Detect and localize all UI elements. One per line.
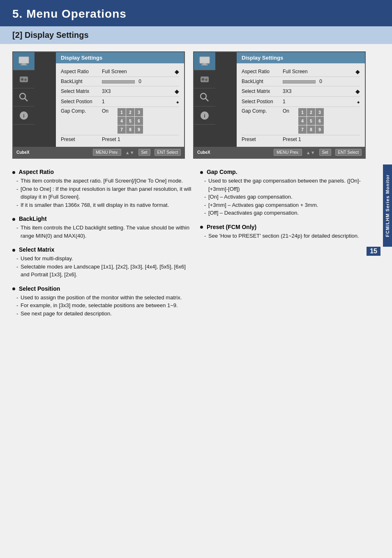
desc-backlight: BackLight This item controls the LCD bac…	[12, 215, 192, 240]
icon-magnifier	[13, 88, 35, 107]
display-panel-left: i Display Settings Aspect Ratio Full Scr…	[12, 51, 185, 159]
menu-prev-btn-left[interactable]: MENU Prev.	[93, 149, 121, 156]
desc-aspect-ratio: Aspect Ratio This item controls the aspe…	[12, 169, 192, 209]
svg-line-19	[205, 98, 208, 101]
bullet-preset	[200, 226, 203, 229]
panel-content-right: Display Settings Aspect Ratio Full Scree…	[237, 52, 365, 147]
svg-rect-13	[201, 65, 208, 65]
main-content: i Display Settings Aspect Ratio Full Scr…	[0, 51, 392, 336]
arrow-icon-matrix-r: ◆	[355, 88, 360, 95]
panel-content-left: Display Settings Aspect Ratio Full Scree…	[56, 52, 184, 147]
position-list: Used to assign the position of the monit…	[12, 294, 192, 318]
icon-display-r	[194, 52, 215, 70]
bullet-gap	[200, 171, 203, 174]
arrow-icon: ◆	[175, 68, 179, 75]
svg-rect-17	[205, 79, 208, 80]
bullet-matrix	[12, 249, 15, 252]
backlight-row-right: BackLight 0	[242, 77, 360, 86]
list-item: See next page for detailed description.	[16, 310, 192, 318]
desc-select-matrix: Select Matrix Used for multi-display. Se…	[12, 246, 192, 279]
arrow-icon-position: ⬥	[176, 98, 179, 105]
icon-info: i	[13, 107, 35, 125]
grid-3x3-right: 1 2 3 4 5 6 7 8 9	[298, 108, 324, 134]
aspect-ratio-row-left: Aspect Ratio Full Screen ◆	[61, 67, 179, 77]
slider-bar-r	[283, 80, 316, 83]
icon-controller-r	[194, 70, 215, 88]
list-item: Used to select the gap compensation betw…	[204, 177, 380, 193]
icon-display	[13, 52, 35, 70]
aspect-ratio-list: This item controls the aspect ratio. [Fu…	[12, 177, 192, 209]
desc-col-left: Aspect Ratio This item controls the aspe…	[12, 169, 192, 324]
panel-icons-right: i	[194, 52, 215, 147]
desc-preset: Preset (FCM Only) See 'How to PRESET' se…	[200, 224, 380, 240]
cubex-label-right: CubeX	[197, 150, 210, 155]
desc-gap-comp: Gap Comp. Used to select the gap compens…	[200, 169, 380, 217]
preset-row-right: Preset Preset 1	[242, 135, 360, 144]
dpad-icon-right: ▲▼	[306, 150, 315, 155]
descriptions-row: Aspect Ratio This item controls the aspe…	[12, 169, 380, 324]
panel-title-left: Display Settings	[56, 52, 184, 63]
panel-footer-right: CubeX MENU Prev. ▲▼ Set ENT Select	[194, 147, 365, 158]
svg-point-15	[202, 78, 204, 81]
section-title: [2] Display Settings	[12, 30, 380, 40]
list-item: This item controls the LCD backlight set…	[16, 224, 192, 240]
panel-body-left: Aspect Ratio Full Screen ◆ BackLight 0	[56, 63, 184, 147]
gap-comp-list: Used to select the gap compensation betw…	[200, 177, 380, 217]
panel-footer-left: CubeX MENU Prev. ▲▼ Set ENT Select	[13, 147, 184, 158]
gap-comp-row-right: Gap Comp. On 1 2 3 4 5 6 7 8	[242, 107, 360, 135]
svg-point-7	[20, 93, 25, 99]
screenshots-row: i Display Settings Aspect Ratio Full Scr…	[12, 51, 380, 159]
svg-rect-0	[19, 57, 29, 63]
list-item: If it is smaller than 1366x 768, it will…	[16, 201, 192, 209]
select-matrix-row-right: Select Matrix 3X3 ◆	[242, 86, 360, 97]
page-header: 5. Menu Operations	[0, 0, 392, 26]
chapter-title: 5. Menu Operations	[12, 7, 380, 21]
set-btn-left[interactable]: Set	[138, 149, 150, 156]
select-matrix-row-left: Select Matrix 3X3 ◆	[61, 86, 179, 97]
svg-rect-12	[203, 63, 207, 65]
list-item: Selectable modes are Landscape [1x1], [2…	[16, 263, 192, 279]
panel-body-right: Aspect Ratio Full Screen ◆ BackLight 0	[237, 63, 365, 147]
icon-magnifier-r	[194, 88, 215, 107]
svg-rect-6	[24, 79, 27, 80]
dpad-icon-left: ▲▼	[125, 150, 134, 155]
list-item: Used for multi-display.	[16, 255, 192, 263]
matrix-list: Used for multi-display. Selectable modes…	[12, 255, 192, 279]
panel-title-right: Display Settings	[237, 52, 365, 63]
arrow-icon-r: ◆	[355, 68, 360, 75]
arrow-icon-position-r: ⬥	[357, 98, 360, 105]
menu-prev-btn-right[interactable]: MENU Prev.	[274, 149, 302, 156]
select-btn-right[interactable]: ENT Select	[335, 149, 362, 156]
bullet-aspect	[12, 171, 15, 174]
preset-row-left: Preset Preset 1	[61, 135, 179, 144]
list-item: Used to assign the position of the monit…	[16, 294, 192, 302]
bullet-position	[12, 287, 15, 290]
list-item: [Off] – Deactivates gap compensation.	[204, 209, 380, 217]
backlight-list: This item controls the LCD backlight set…	[12, 224, 192, 240]
set-btn-right[interactable]: Set	[319, 149, 331, 156]
slider-bar	[102, 80, 135, 83]
icon-controller	[13, 70, 35, 88]
list-item: [One to One] : If the input resolution i…	[16, 185, 192, 201]
page-number: 15	[367, 247, 380, 256]
icon-info-r: i	[194, 107, 215, 125]
list-item: [+3mm] – Activates gap compensation + 3m…	[204, 201, 380, 209]
gap-comp-row-left: Gap Comp. On 1 2 3 4 5 6 7 8	[61, 107, 179, 135]
select-btn-left[interactable]: ENT Select	[154, 149, 181, 156]
desc-col-right: Gap Comp. Used to select the gap compens…	[200, 169, 380, 324]
arrow-icon-matrix: ◆	[175, 88, 179, 95]
cubex-label-left: CubeX	[16, 150, 30, 155]
list-item: [On] – Activates gap compensation.	[204, 193, 380, 201]
list-item: For example, in [3x3] mode, selectable p…	[16, 301, 192, 310]
svg-line-8	[25, 98, 28, 101]
grid-3x3-left: 1 2 3 4 5 6 7 8 9	[118, 108, 143, 134]
select-position-row-right: Select Postion 1 ⬥	[242, 97, 360, 107]
list-item: See 'How to PRESET' section (21~24p) for…	[204, 232, 380, 240]
svg-rect-11	[200, 57, 210, 63]
list-item: This item controls the aspect ratio. [Fu…	[16, 177, 192, 185]
svg-rect-1	[22, 63, 26, 65]
svg-point-18	[201, 93, 206, 99]
bullet-backlight	[12, 218, 15, 221]
select-position-row-left: Select Postion 1 ⬥	[61, 97, 179, 107]
panel-icons-left: i	[13, 52, 35, 147]
